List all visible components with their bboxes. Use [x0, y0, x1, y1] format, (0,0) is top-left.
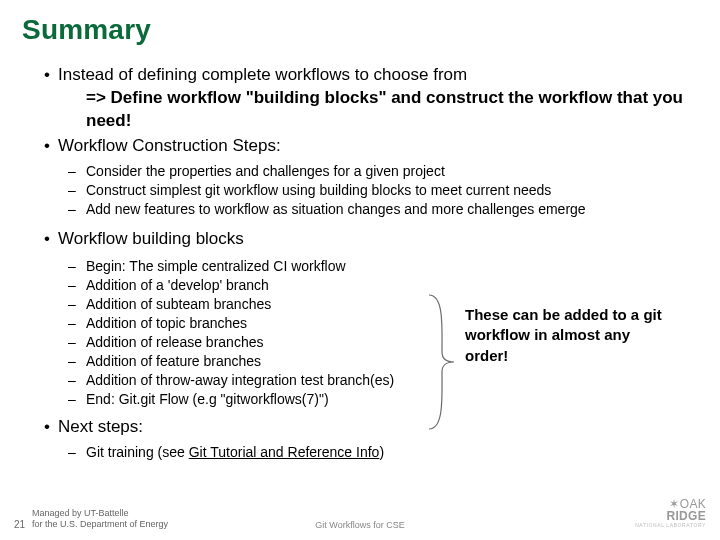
aside-note: These can be added to a git workflow in … — [465, 305, 675, 366]
construction-step: Consider the properties and challenges f… — [68, 162, 698, 181]
bullet-4: Next steps: — [44, 416, 698, 439]
logo-national-laboratory: NATIONAL LABORATORY — [635, 523, 706, 528]
bullet-1: Instead of defining complete workflows t… — [44, 64, 698, 133]
bullet-list: Instead of defining complete workflows t… — [32, 64, 698, 158]
oak-ridge-logo: ✶OAK RIDGE NATIONAL LABORATORY — [635, 498, 706, 528]
reference-link[interactable]: Git Tutorial and Reference Info — [189, 444, 380, 460]
construction-step: Construct simplest git workflow using bu… — [68, 181, 698, 200]
building-block: Begin: The simple centralized CI workflo… — [68, 257, 698, 276]
building-block: Addition of throw-away integration test … — [68, 371, 698, 390]
bullet-list: Workflow building blocks — [32, 228, 698, 251]
bullet-3: Workflow building blocks — [44, 228, 698, 251]
footer: 21 Managed by UT-Battelle for the U.S. D… — [0, 500, 720, 530]
next-step-prefix: Git training (see — [86, 444, 189, 460]
slide-title: Summary — [22, 14, 698, 46]
next-step-suffix: ) — [379, 444, 384, 460]
slide: Summary Instead of defining complete wor… — [0, 0, 720, 540]
construction-steps-list: Consider the properties and challenges f… — [32, 162, 698, 219]
bullet-2: Workflow Construction Steps: — [44, 135, 698, 158]
footer-center: Git Workflows for CSE — [0, 520, 720, 530]
next-steps-list: Git training (see Git Tutorial and Refer… — [32, 443, 698, 462]
bullet-list: Next steps: — [32, 416, 698, 439]
construction-step: Add new features to workflow as situatio… — [68, 200, 698, 219]
managed-line-1: Managed by UT-Battelle — [32, 508, 129, 518]
building-block: Addition of a 'develop' branch — [68, 276, 698, 295]
bullet-1-text: Instead of defining complete workflows t… — [58, 65, 467, 84]
bullet-1-continuation: => Define workflow "building blocks" and… — [86, 87, 698, 133]
building-block: End: Git.git Flow (e.g "gitworkflows(7)"… — [68, 390, 698, 409]
next-step: Git training (see Git Tutorial and Refer… — [68, 443, 698, 462]
slide-content: Instead of defining complete workflows t… — [22, 64, 698, 462]
